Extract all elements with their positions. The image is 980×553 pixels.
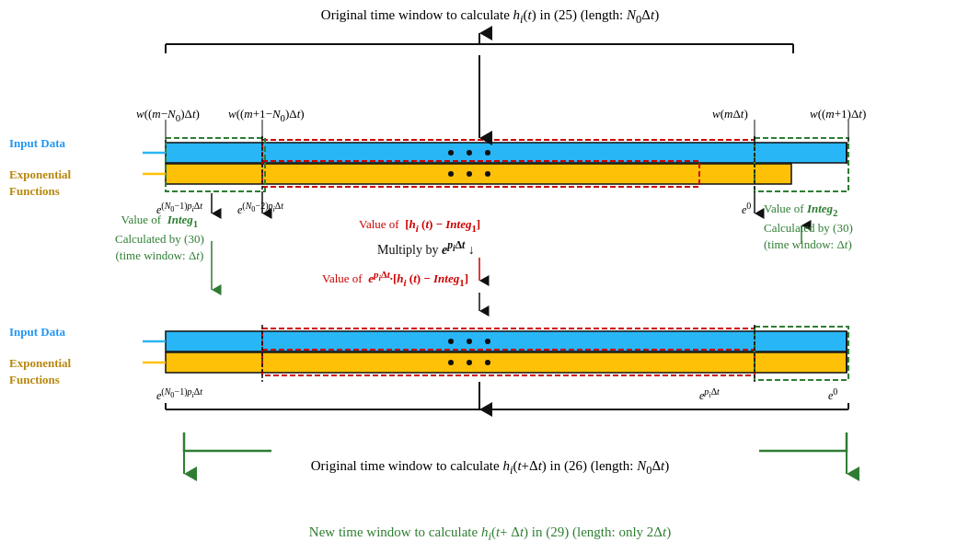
- exponential-label-bottom: Exponential: [9, 356, 71, 371]
- exp-label-top-2: e(N0−2)piΔt: [237, 201, 283, 217]
- functions-label-bottom: Functions: [9, 373, 71, 387]
- integ1-annotation: Value of Integ1 Calculated by (30) (time…: [115, 212, 204, 264]
- svg-point-16: [467, 150, 472, 156]
- svg-rect-11: [166, 164, 791, 184]
- svg-point-33: [485, 339, 490, 344]
- left-labels-top: Input Data Exponential Functions: [9, 136, 71, 199]
- svg-rect-9: [166, 143, 847, 163]
- svg-point-18: [448, 171, 454, 177]
- w-label-4: w((m+1)Δt): [810, 107, 866, 121]
- exp-label-bottom-1: e(N0−1)piΔt: [156, 386, 202, 403]
- svg-point-34: [448, 360, 454, 365]
- svg-point-19: [467, 171, 472, 177]
- functions-label-top: Functions: [9, 184, 71, 199]
- product-annotation: Value of epiΔt·[hi (t) − Integ1]: [322, 269, 468, 288]
- integ-red-annotation: Value of [hi (t) − Integ1]: [359, 216, 480, 236]
- svg-point-31: [448, 339, 454, 344]
- input-data-label-top: Input Data: [9, 136, 71, 151]
- bottom-title-1: Original time window to calculate hi(t+Δ…: [311, 458, 670, 478]
- svg-point-36: [485, 360, 490, 365]
- svg-point-35: [467, 360, 472, 365]
- left-labels-bottom: Input Data Exponential Functions: [9, 325, 71, 387]
- exp-label-bottom-3: e0: [828, 386, 837, 403]
- svg-point-20: [485, 171, 490, 177]
- exp-label-top-3: e0: [742, 201, 751, 217]
- exponential-label-top: Exponential: [9, 167, 71, 182]
- w-label-1: w((m−N0)Δt): [136, 107, 200, 123]
- bottom-title-2: New time window to calculate hi(t+ Δt) i…: [309, 524, 671, 544]
- integ2-annotation: Value of Integ2 Calculated by (30) (time…: [764, 201, 853, 253]
- svg-point-32: [467, 339, 472, 344]
- w-label-2: w((m+1−N0)Δt): [228, 107, 305, 123]
- svg-point-17: [485, 150, 490, 156]
- input-data-label-bottom: Input Data: [9, 325, 71, 340]
- multiply-annotation: Multiply by epiΔt ↓: [377, 239, 475, 258]
- w-label-3: w(mΔt): [712, 107, 748, 121]
- svg-point-15: [448, 150, 454, 156]
- svg-rect-26: [166, 331, 847, 351]
- exp-label-bottom-2: epiΔt: [699, 386, 720, 403]
- svg-rect-28: [166, 352, 847, 373]
